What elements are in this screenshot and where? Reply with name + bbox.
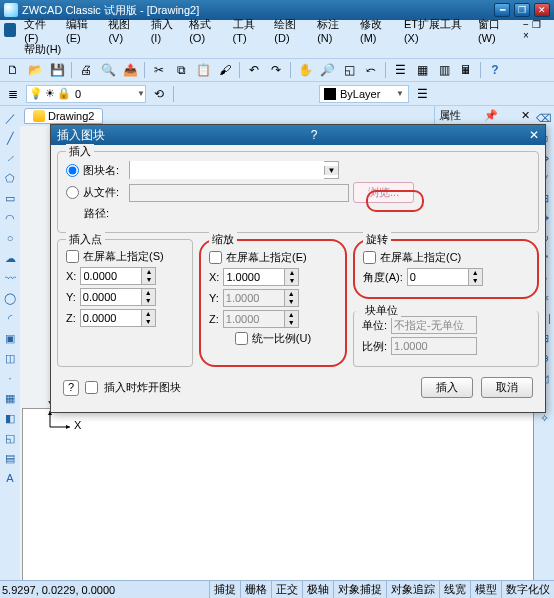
grid-toggle[interactable]: 栅格	[240, 581, 271, 598]
linetype-icon[interactable]: ☰	[413, 85, 431, 103]
open-icon[interactable]: 📂	[26, 61, 44, 79]
menu-insert[interactable]: 插入(I)	[147, 15, 184, 46]
polygon-tool-icon[interactable]: ⬠	[2, 170, 18, 186]
calc-icon[interactable]: 🖩	[457, 61, 475, 79]
paste-icon[interactable]: 📋	[194, 61, 212, 79]
scale-x-spinner[interactable]: ▲▼	[285, 268, 299, 286]
copy-icon[interactable]: ⧉	[172, 61, 190, 79]
spline-tool-icon[interactable]: 〰	[2, 270, 18, 286]
hatch-tool-icon[interactable]: ▦	[2, 390, 18, 406]
save-icon[interactable]: 💾	[48, 61, 66, 79]
properties-icon[interactable]: ☰	[391, 61, 409, 79]
layer-prev-icon[interactable]: ⟲	[150, 85, 168, 103]
insert-button[interactable]: 插入	[421, 377, 473, 398]
line-tool-icon[interactable]: ／	[2, 110, 18, 126]
close-icon[interactable]: ✕	[521, 109, 530, 122]
print-icon[interactable]: 🖨	[77, 61, 95, 79]
cut-icon[interactable]: ✂	[150, 61, 168, 79]
region-tool-icon[interactable]: ◱	[2, 430, 18, 446]
model-toggle[interactable]: 模型	[470, 581, 501, 598]
explode-checkbox[interactable]	[85, 381, 98, 394]
menu-window[interactable]: 窗口(W)	[474, 15, 517, 46]
polar-toggle[interactable]: 极轴	[302, 581, 333, 598]
coords-readout[interactable]: 5.9297, 0.0229, 0.0000	[2, 584, 152, 596]
pan-icon[interactable]: ✋	[296, 61, 314, 79]
rot-specify-checkbox[interactable]	[363, 251, 376, 264]
browse-button[interactable]: 浏览...	[353, 182, 414, 203]
design-center-icon[interactable]: ▦	[413, 61, 431, 79]
ellipse-tool-icon[interactable]: ◯	[2, 290, 18, 306]
gradient-tool-icon[interactable]: ◧	[2, 410, 18, 426]
mtext-tool-icon[interactable]: A	[2, 470, 18, 486]
undo-icon[interactable]: ↶	[245, 61, 263, 79]
angle-input[interactable]	[407, 268, 469, 286]
arc-tool-icon[interactable]: ◠	[2, 210, 18, 226]
insert-block-tool-icon[interactable]: ▣	[2, 330, 18, 346]
ip-z-spinner[interactable]: ▲▼	[142, 309, 156, 327]
layer-manager-icon[interactable]: ≣	[4, 85, 22, 103]
publish-icon[interactable]: 📤	[121, 61, 139, 79]
close-button[interactable]: ✕	[534, 3, 550, 17]
blockname-combo[interactable]: ▼	[129, 161, 339, 179]
mdi-minimize[interactable]: −	[523, 19, 529, 30]
digitizer-toggle[interactable]: 数字化仪	[501, 581, 554, 598]
redo-icon[interactable]: ↷	[267, 61, 285, 79]
ellipse-arc-tool-icon[interactable]: ◜	[2, 310, 18, 326]
rectangle-tool-icon[interactable]: ▭	[2, 190, 18, 206]
drawing-tab[interactable]: Drawing2	[24, 108, 103, 124]
dialog-help-icon[interactable]: ?	[311, 128, 318, 142]
xline-tool-icon[interactable]: ╱	[2, 130, 18, 146]
dialog-titlebar[interactable]: 插入图块 ? ✕	[51, 125, 545, 145]
angle-spinner[interactable]: ▲▼	[469, 268, 483, 286]
zoom-prev-icon[interactable]: ⤺	[362, 61, 380, 79]
menu-help[interactable]: 帮助(H)	[20, 40, 65, 59]
blockname-input[interactable]	[130, 161, 324, 179]
layer-name-field[interactable]	[75, 88, 135, 100]
cancel-button[interactable]: 取消	[481, 377, 533, 398]
ip-x-spinner[interactable]: ▲▼	[142, 267, 156, 285]
menu-tools[interactable]: 工具(T)	[229, 15, 269, 46]
system-menu-icon[interactable]	[4, 23, 16, 37]
uniform-checkbox[interactable]	[235, 332, 248, 345]
menu-edit[interactable]: 编辑(E)	[62, 15, 102, 46]
ortho-toggle[interactable]: 正交	[271, 581, 302, 598]
scale-x-input[interactable]	[223, 268, 285, 286]
command-text-area[interactable]	[22, 408, 534, 585]
tool-palette-icon[interactable]: ▥	[435, 61, 453, 79]
menu-annotate[interactable]: 标注(N)	[313, 15, 354, 46]
otrack-toggle[interactable]: 对象追踪	[386, 581, 439, 598]
layer-dropdown[interactable]: 💡 ☀ 🔒 ▼	[26, 85, 146, 103]
menu-draw[interactable]: 绘图(D)	[270, 15, 311, 46]
scale-z-spinner[interactable]: ▲▼	[285, 310, 299, 328]
help-button[interactable]: ?	[63, 380, 79, 396]
preview-icon[interactable]: 🔍	[99, 61, 117, 79]
menu-format[interactable]: 格式(O)	[185, 15, 226, 46]
new-icon[interactable]: 🗋	[4, 61, 22, 79]
snap-toggle[interactable]: 捕捉	[209, 581, 240, 598]
match-prop-icon[interactable]: 🖌	[216, 61, 234, 79]
polyline-tool-icon[interactable]: ⟋	[2, 150, 18, 166]
ip-z-input[interactable]	[80, 309, 142, 327]
pushpin-icon[interactable]: 📌	[484, 109, 498, 122]
help-icon[interactable]: ?	[486, 61, 504, 79]
properties-panel-header[interactable]: 属性 📌 ✕	[434, 106, 534, 126]
mdi-restore[interactable]: ❐	[532, 19, 541, 30]
menu-view[interactable]: 视图(V)	[104, 15, 144, 46]
point-tool-icon[interactable]: ·	[2, 370, 18, 386]
menu-etext[interactable]: ET扩展工具(X)	[400, 15, 472, 46]
zoom-win-icon[interactable]: ◱	[340, 61, 358, 79]
table-tool-icon[interactable]: ▤	[2, 450, 18, 466]
scale-y-spinner[interactable]: ▲▼	[285, 289, 299, 307]
zoom-rt-icon[interactable]: 🔎	[318, 61, 336, 79]
osnap-toggle[interactable]: 对象捕捉	[333, 581, 386, 598]
ip-y-spinner[interactable]: ▲▼	[142, 288, 156, 306]
dialog-close-icon[interactable]: ✕	[529, 128, 539, 142]
revcloud-tool-icon[interactable]: ☁	[2, 250, 18, 266]
color-dropdown[interactable]: ByLayer ▼	[319, 85, 409, 103]
fromfile-radio[interactable]	[66, 186, 79, 199]
make-block-tool-icon[interactable]: ◫	[2, 350, 18, 366]
ip-x-input[interactable]	[80, 267, 142, 285]
ip-specify-checkbox[interactable]	[66, 250, 79, 263]
lwt-toggle[interactable]: 线宽	[439, 581, 470, 598]
menu-modify[interactable]: 修改(M)	[356, 15, 398, 46]
